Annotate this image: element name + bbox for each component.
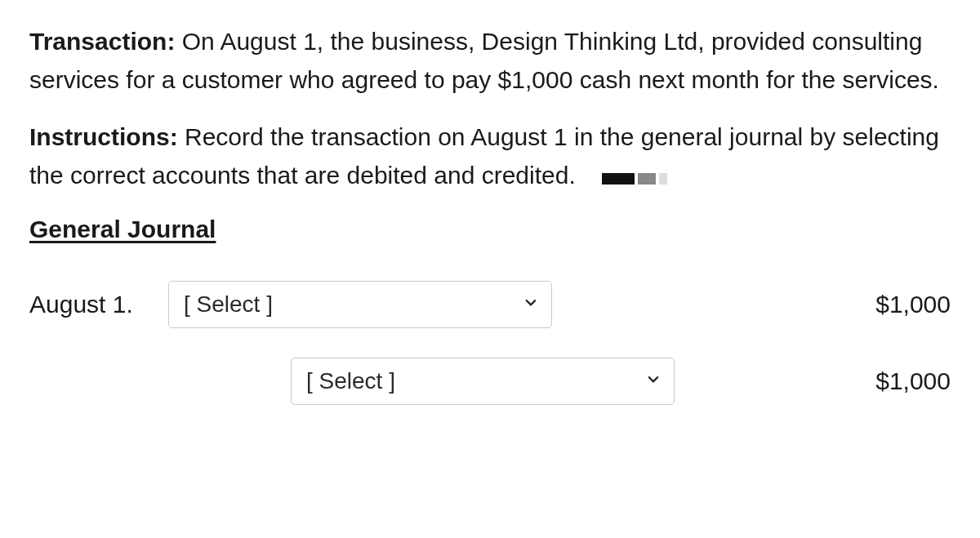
general-journal-heading: General Journal (29, 216, 951, 243)
debit-amount: $1,000 (843, 291, 951, 318)
chevron-down-icon (648, 376, 659, 387)
journal-row: [ Select ] $1,000 (29, 358, 951, 405)
credit-account-select[interactable]: [ Select ] (291, 358, 675, 405)
transaction-paragraph: Transaction: On August 1, the business, … (29, 23, 951, 99)
instructions-label: Instructions: (29, 123, 178, 150)
journal-row: August 1. [ Select ] $1,000 (29, 281, 951, 328)
journal-date: August 1. (29, 291, 168, 318)
chevron-down-icon (525, 299, 537, 310)
select-placeholder: [ Select ] (306, 368, 395, 394)
credit-amount: $1,000 (777, 367, 951, 395)
transaction-label: Transaction: (29, 28, 175, 55)
decorative-bars (599, 158, 667, 196)
debit-account-select[interactable]: [ Select ] (168, 281, 552, 328)
select-placeholder: [ Select ] (184, 291, 273, 318)
instructions-paragraph: Instructions: Record the transaction on … (29, 118, 951, 196)
